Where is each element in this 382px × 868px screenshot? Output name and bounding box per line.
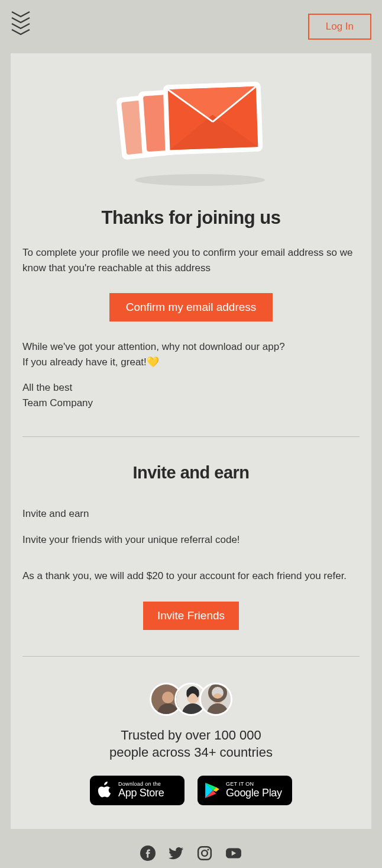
facebook-icon[interactable] xyxy=(140,846,156,863)
invite-body2: As a thank you, we will add $20 to your … xyxy=(22,568,360,584)
invite-body1: Invite your friends with your unique ref… xyxy=(22,532,360,548)
svg-point-24 xyxy=(207,848,209,850)
intro-text: To complete your profile we need you to … xyxy=(22,245,360,275)
svg-rect-22 xyxy=(198,847,211,860)
divider xyxy=(22,436,360,437)
email-card: Thanks for joining us To complete your p… xyxy=(11,53,371,829)
envelope-illustration xyxy=(108,71,274,189)
divider xyxy=(22,656,360,657)
app-store-big: App Store xyxy=(118,787,164,799)
trusted-text: Trusted by over 100 000 people across 34… xyxy=(22,726,360,761)
social-links xyxy=(0,829,382,868)
login-button[interactable]: Log In xyxy=(308,14,371,40)
youtube-icon[interactable] xyxy=(225,846,242,863)
instagram-icon[interactable] xyxy=(197,846,212,863)
confirm-email-button[interactable]: Confirm my email address xyxy=(109,293,273,322)
google-play-big: Google Play xyxy=(226,787,282,799)
invite-friends-button[interactable]: Invite Friends xyxy=(143,602,239,630)
svg-point-23 xyxy=(202,850,208,856)
twitter-icon[interactable] xyxy=(169,846,184,863)
avatars xyxy=(22,683,360,716)
invite-sub: Invite and earn xyxy=(22,506,360,522)
signoff-text: All the best Team Company xyxy=(22,380,360,410)
google-play-small: GET IT ON xyxy=(226,781,282,787)
invite-heading: Invite and earn xyxy=(22,463,360,483)
svg-point-0 xyxy=(135,174,265,186)
app-store-buttons: Download on the App Store GET IT ON Goog… xyxy=(22,776,360,805)
app-store-small: Download on the xyxy=(118,781,164,787)
google-play-icon xyxy=(205,782,220,799)
app-store-button[interactable]: Download on the App Store xyxy=(90,776,184,805)
attention-text: While we've got your attention, why not … xyxy=(22,339,360,369)
main-heading: Thanks for joining us xyxy=(22,207,360,229)
google-play-button[interactable]: GET IT ON Google Play xyxy=(198,776,292,805)
header: Log In xyxy=(0,0,382,53)
logo[interactable] xyxy=(11,11,31,43)
svg-point-12 xyxy=(162,692,174,703)
apple-icon xyxy=(97,782,112,799)
avatar xyxy=(199,683,232,716)
